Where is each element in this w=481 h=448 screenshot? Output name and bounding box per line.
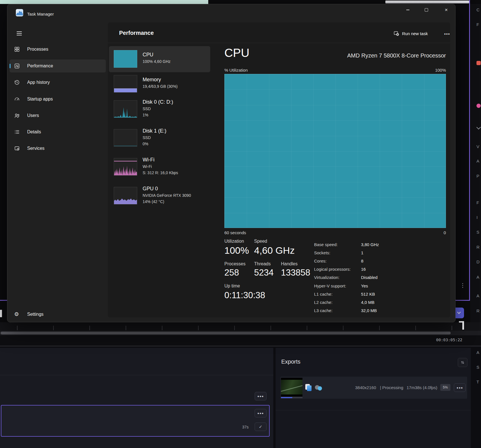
right-panel-label: S [476, 230, 481, 234]
more-options-button[interactable]: ●●● [442, 30, 452, 37]
gpu-sparkline [114, 187, 137, 204]
sidebar-item-label: Settings [27, 312, 44, 317]
ruler-tick [307, 326, 307, 330]
sidebar-item-label: Services [27, 146, 44, 151]
background-preview-strip [385, 1, 469, 3]
spec-value: 16 [361, 267, 366, 272]
export-thumbnail [281, 378, 302, 396]
timeline-ruler[interactable] [0, 322, 481, 331]
navigation-menu-button[interactable] [14, 28, 24, 39]
spec-value: Disabled [361, 275, 377, 280]
right-panel-label: A [476, 159, 481, 163]
perf-item-detail: S: 312 R: 16,0 Kbps [143, 170, 178, 176]
spec-row: Logical processors: 16 [314, 267, 446, 272]
users-icon [14, 113, 20, 118]
spec-row: Virtualization: Disabled [314, 275, 446, 280]
timeline-timecode-band: 00:03:05:22 [0, 335, 481, 346]
sidebar-item-users[interactable]: Users [10, 109, 106, 122]
stat-value: 0:11:30:38 [224, 290, 265, 300]
spec-label: L1 cache: [314, 292, 361, 296]
record-icon[interactable] [476, 61, 481, 65]
perf-item-name: Wi-Fi [143, 156, 178, 163]
editor-clip-list-panel: ●●● ●●● 37s ✓ [0, 348, 273, 448]
ruler-tick [17, 326, 18, 330]
close-button[interactable]: ✕ [440, 4, 453, 16]
export-file-icon [307, 385, 312, 391]
ruler-tick [415, 326, 416, 330]
memory-sparkline [114, 75, 137, 93]
spec-label: Logical processors: [314, 267, 361, 272]
run-new-task-button[interactable]: Run new task [391, 29, 430, 38]
chart-y-axis-label: % Utilization [224, 68, 248, 72]
marker-icon[interactable] [476, 104, 481, 108]
editor-panel-border-bottom [456, 300, 470, 301]
task-manager-window: Task Manager ✕ Processes Performance [7, 4, 456, 322]
processes-icon [14, 46, 20, 52]
exports-sort-button[interactable] [458, 358, 467, 367]
ruler-tick [234, 326, 235, 330]
exports-panel: Exports 3840x2160 | Processing 17m38s (4… [276, 348, 471, 448]
spec-label: Cores: [314, 259, 361, 263]
desktop: C F V A P F I S R D A A R ⋮ 00:03:05:22 [0, 0, 481, 448]
spec-row: L1 cache: 512 KB [314, 292, 446, 296]
right-panel-label: V [476, 144, 481, 149]
right-panel-label: D [476, 259, 481, 264]
export-more-button[interactable]: ●●● [454, 383, 466, 392]
selected-accent-bar [10, 64, 10, 68]
page-title: Performance [119, 30, 154, 36]
sidebar-item-processes[interactable]: Processes [10, 43, 106, 56]
chart-x-left-label: 60 seconds [224, 230, 246, 235]
kebab-menu-icon[interactable]: ⋮ [460, 282, 465, 289]
right-panel-label: R [476, 245, 481, 249]
sidebar-item-app-history[interactable]: App history [10, 76, 106, 89]
clip-confirm-button[interactable]: ✓ [255, 423, 267, 431]
perf-item-detail: NVIDIA GeForce RTX 3090 [143, 192, 191, 199]
spec-label: Base speed: [314, 242, 361, 247]
right-panel-label: A [476, 350, 481, 355]
minimize-button[interactable] [401, 4, 414, 16]
maximize-button[interactable] [420, 4, 433, 16]
perf-item-detail: SSD [143, 135, 166, 141]
performance-icon [14, 63, 20, 69]
ruler-tick [126, 326, 126, 330]
clip-row-more-button[interactable]: ●●● [255, 392, 267, 400]
chart-y-max-label: 100% [418, 68, 446, 72]
right-panel-label: S [476, 365, 481, 370]
ruler-tick [198, 326, 199, 330]
sidebar-item-settings[interactable]: ⚙ Settings [10, 308, 106, 321]
exports-title: Exports [281, 359, 300, 365]
sidebar-item-startup-apps[interactable]: Startup apps [10, 93, 106, 106]
editor-panel-border-right [469, 0, 470, 301]
gear-icon: ⚙ [14, 312, 20, 317]
timeline-end-bracket[interactable] [462, 321, 464, 330]
spec-row: Sockets: 1 [314, 250, 446, 255]
timecode: 00:03:05:22 [436, 338, 462, 342]
stat-label: Speed [254, 239, 267, 244]
editor-left-handle[interactable] [0, 310, 2, 317]
export-item-row[interactable]: 3840x2160 | Processing 17m38s (4.0fps) 5… [280, 377, 467, 399]
divider [0, 375, 273, 375]
services-icon [14, 146, 20, 151]
timeline-scrollbar[interactable] [0, 331, 481, 335]
spec-label: Virtualization: [314, 275, 361, 280]
perf-item-detail: SSD [143, 106, 173, 112]
perf-item-detail: 19,4/63,9 GB (30%) [143, 83, 178, 89]
spec-value: 512 KB [361, 292, 375, 296]
stat-label: Handles [281, 261, 298, 266]
ruler-tick [379, 326, 380, 330]
speedometer-icon [14, 96, 20, 102]
clip-duration-label: 37s [242, 425, 249, 429]
wifi-sparkline [114, 158, 137, 176]
sidebar-item-performance[interactable]: Performance [10, 59, 106, 72]
export-progress-track [281, 397, 302, 398]
sidebar-item-services[interactable]: Services [10, 142, 106, 155]
perf-item-name: GPU 0 [143, 185, 191, 192]
perf-item-name: CPU [143, 51, 171, 58]
task-manager-app-icon [16, 9, 23, 16]
selected-clip-row[interactable] [1, 405, 270, 437]
clip-row-more-button[interactable]: ●●● [255, 409, 267, 417]
sidebar-item-details[interactable]: Details [10, 125, 106, 138]
spec-row: L2 cache: 4,0 MB [314, 300, 446, 305]
right-panel-label: C [476, 7, 481, 12]
timeline-scrollbar-thumb[interactable] [1, 332, 451, 334]
